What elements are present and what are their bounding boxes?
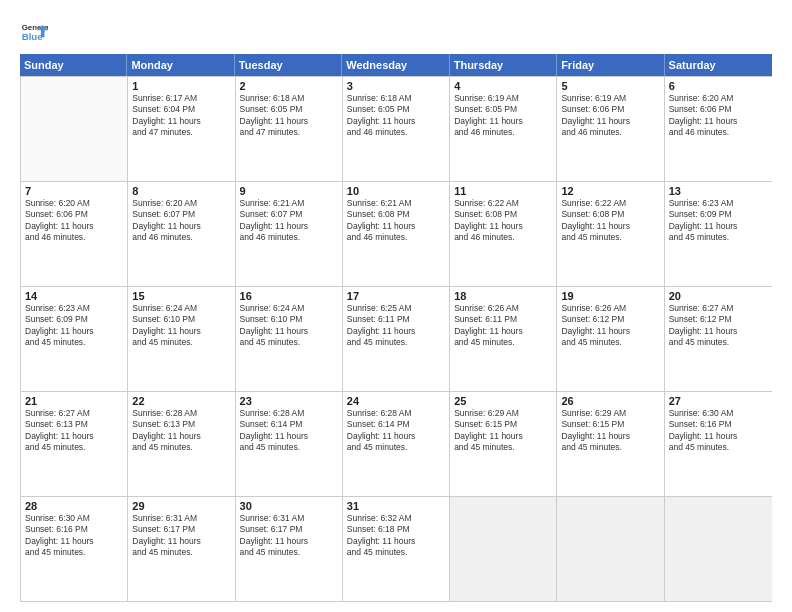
calendar-cell: 20Sunrise: 6:27 AMSunset: 6:12 PMDayligh…: [665, 287, 772, 391]
cell-info: Sunrise: 6:29 AMSunset: 6:15 PMDaylight:…: [454, 408, 552, 454]
calendar-cell: 27Sunrise: 6:30 AMSunset: 6:16 PMDayligh…: [665, 392, 772, 496]
cell-info: Sunrise: 6:22 AMSunset: 6:08 PMDaylight:…: [561, 198, 659, 244]
day-number: 4: [454, 80, 552, 92]
weekday-header-saturday: Saturday: [665, 54, 772, 76]
day-number: 27: [669, 395, 768, 407]
calendar-cell: 11Sunrise: 6:22 AMSunset: 6:08 PMDayligh…: [450, 182, 557, 286]
calendar-row: 28Sunrise: 6:30 AMSunset: 6:16 PMDayligh…: [21, 496, 772, 601]
day-number: 15: [132, 290, 230, 302]
cell-info: Sunrise: 6:23 AMSunset: 6:09 PMDaylight:…: [669, 198, 768, 244]
day-number: 2: [240, 80, 338, 92]
weekday-header-tuesday: Tuesday: [235, 54, 342, 76]
cell-info: Sunrise: 6:31 AMSunset: 6:17 PMDaylight:…: [132, 513, 230, 559]
day-number: 10: [347, 185, 445, 197]
weekday-header-wednesday: Wednesday: [342, 54, 449, 76]
calendar-cell: [21, 77, 128, 181]
calendar-cell: 7Sunrise: 6:20 AMSunset: 6:06 PMDaylight…: [21, 182, 128, 286]
day-number: 29: [132, 500, 230, 512]
logo: General Blue: [20, 18, 48, 46]
cell-info: Sunrise: 6:30 AMSunset: 6:16 PMDaylight:…: [25, 513, 123, 559]
weekday-header-thursday: Thursday: [450, 54, 557, 76]
calendar-cell: 5Sunrise: 6:19 AMSunset: 6:06 PMDaylight…: [557, 77, 664, 181]
day-number: 28: [25, 500, 123, 512]
day-number: 8: [132, 185, 230, 197]
cell-info: Sunrise: 6:28 AMSunset: 6:13 PMDaylight:…: [132, 408, 230, 454]
calendar-cell: 17Sunrise: 6:25 AMSunset: 6:11 PMDayligh…: [343, 287, 450, 391]
cell-info: Sunrise: 6:28 AMSunset: 6:14 PMDaylight:…: [240, 408, 338, 454]
cell-info: Sunrise: 6:18 AMSunset: 6:05 PMDaylight:…: [240, 93, 338, 139]
cell-info: Sunrise: 6:20 AMSunset: 6:06 PMDaylight:…: [25, 198, 123, 244]
cell-info: Sunrise: 6:27 AMSunset: 6:13 PMDaylight:…: [25, 408, 123, 454]
day-number: 12: [561, 185, 659, 197]
calendar-cell: 24Sunrise: 6:28 AMSunset: 6:14 PMDayligh…: [343, 392, 450, 496]
calendar-body: 1Sunrise: 6:17 AMSunset: 6:04 PMDaylight…: [20, 76, 772, 602]
day-number: 23: [240, 395, 338, 407]
cell-info: Sunrise: 6:24 AMSunset: 6:10 PMDaylight:…: [132, 303, 230, 349]
day-number: 26: [561, 395, 659, 407]
cell-info: Sunrise: 6:17 AMSunset: 6:04 PMDaylight:…: [132, 93, 230, 139]
calendar-row: 1Sunrise: 6:17 AMSunset: 6:04 PMDaylight…: [21, 76, 772, 181]
day-number: 3: [347, 80, 445, 92]
page: General Blue SundayMondayTuesdayWednesda…: [0, 0, 792, 612]
day-number: 21: [25, 395, 123, 407]
cell-info: Sunrise: 6:29 AMSunset: 6:15 PMDaylight:…: [561, 408, 659, 454]
calendar-cell: 12Sunrise: 6:22 AMSunset: 6:08 PMDayligh…: [557, 182, 664, 286]
calendar-cell: 6Sunrise: 6:20 AMSunset: 6:06 PMDaylight…: [665, 77, 772, 181]
cell-info: Sunrise: 6:27 AMSunset: 6:12 PMDaylight:…: [669, 303, 768, 349]
cell-info: Sunrise: 6:30 AMSunset: 6:16 PMDaylight:…: [669, 408, 768, 454]
day-number: 5: [561, 80, 659, 92]
day-number: 13: [669, 185, 768, 197]
logo-icon: General Blue: [20, 18, 48, 46]
day-number: 17: [347, 290, 445, 302]
calendar-cell: 14Sunrise: 6:23 AMSunset: 6:09 PMDayligh…: [21, 287, 128, 391]
day-number: 30: [240, 500, 338, 512]
day-number: 16: [240, 290, 338, 302]
cell-info: Sunrise: 6:20 AMSunset: 6:07 PMDaylight:…: [132, 198, 230, 244]
calendar-cell: 18Sunrise: 6:26 AMSunset: 6:11 PMDayligh…: [450, 287, 557, 391]
calendar-row: 7Sunrise: 6:20 AMSunset: 6:06 PMDaylight…: [21, 181, 772, 286]
day-number: 22: [132, 395, 230, 407]
calendar-cell: 31Sunrise: 6:32 AMSunset: 6:18 PMDayligh…: [343, 497, 450, 601]
calendar-cell: 29Sunrise: 6:31 AMSunset: 6:17 PMDayligh…: [128, 497, 235, 601]
calendar-cell: 16Sunrise: 6:24 AMSunset: 6:10 PMDayligh…: [236, 287, 343, 391]
calendar-cell: 23Sunrise: 6:28 AMSunset: 6:14 PMDayligh…: [236, 392, 343, 496]
weekday-header-friday: Friday: [557, 54, 664, 76]
calendar-cell: 22Sunrise: 6:28 AMSunset: 6:13 PMDayligh…: [128, 392, 235, 496]
cell-info: Sunrise: 6:24 AMSunset: 6:10 PMDaylight:…: [240, 303, 338, 349]
calendar-cell: 3Sunrise: 6:18 AMSunset: 6:05 PMDaylight…: [343, 77, 450, 181]
cell-info: Sunrise: 6:21 AMSunset: 6:07 PMDaylight:…: [240, 198, 338, 244]
calendar-cell: 26Sunrise: 6:29 AMSunset: 6:15 PMDayligh…: [557, 392, 664, 496]
cell-info: Sunrise: 6:23 AMSunset: 6:09 PMDaylight:…: [25, 303, 123, 349]
calendar-cell: 1Sunrise: 6:17 AMSunset: 6:04 PMDaylight…: [128, 77, 235, 181]
cell-info: Sunrise: 6:19 AMSunset: 6:05 PMDaylight:…: [454, 93, 552, 139]
day-number: 20: [669, 290, 768, 302]
calendar-cell: 9Sunrise: 6:21 AMSunset: 6:07 PMDaylight…: [236, 182, 343, 286]
calendar-cell: 15Sunrise: 6:24 AMSunset: 6:10 PMDayligh…: [128, 287, 235, 391]
cell-info: Sunrise: 6:31 AMSunset: 6:17 PMDaylight:…: [240, 513, 338, 559]
day-number: 18: [454, 290, 552, 302]
calendar-cell: 8Sunrise: 6:20 AMSunset: 6:07 PMDaylight…: [128, 182, 235, 286]
day-number: 24: [347, 395, 445, 407]
calendar-cell: 30Sunrise: 6:31 AMSunset: 6:17 PMDayligh…: [236, 497, 343, 601]
calendar-cell: 25Sunrise: 6:29 AMSunset: 6:15 PMDayligh…: [450, 392, 557, 496]
cell-info: Sunrise: 6:18 AMSunset: 6:05 PMDaylight:…: [347, 93, 445, 139]
cell-info: Sunrise: 6:21 AMSunset: 6:08 PMDaylight:…: [347, 198, 445, 244]
day-number: 11: [454, 185, 552, 197]
header: General Blue: [20, 18, 772, 46]
cell-info: Sunrise: 6:22 AMSunset: 6:08 PMDaylight:…: [454, 198, 552, 244]
cell-info: Sunrise: 6:26 AMSunset: 6:12 PMDaylight:…: [561, 303, 659, 349]
day-number: 6: [669, 80, 768, 92]
calendar-cell: [557, 497, 664, 601]
calendar-cell: 28Sunrise: 6:30 AMSunset: 6:16 PMDayligh…: [21, 497, 128, 601]
cell-info: Sunrise: 6:19 AMSunset: 6:06 PMDaylight:…: [561, 93, 659, 139]
weekday-header-sunday: Sunday: [20, 54, 127, 76]
day-number: 19: [561, 290, 659, 302]
cell-info: Sunrise: 6:32 AMSunset: 6:18 PMDaylight:…: [347, 513, 445, 559]
calendar-cell: 19Sunrise: 6:26 AMSunset: 6:12 PMDayligh…: [557, 287, 664, 391]
calendar-cell: 10Sunrise: 6:21 AMSunset: 6:08 PMDayligh…: [343, 182, 450, 286]
calendar-row: 14Sunrise: 6:23 AMSunset: 6:09 PMDayligh…: [21, 286, 772, 391]
day-number: 9: [240, 185, 338, 197]
day-number: 1: [132, 80, 230, 92]
calendar-cell: [450, 497, 557, 601]
cell-info: Sunrise: 6:26 AMSunset: 6:11 PMDaylight:…: [454, 303, 552, 349]
